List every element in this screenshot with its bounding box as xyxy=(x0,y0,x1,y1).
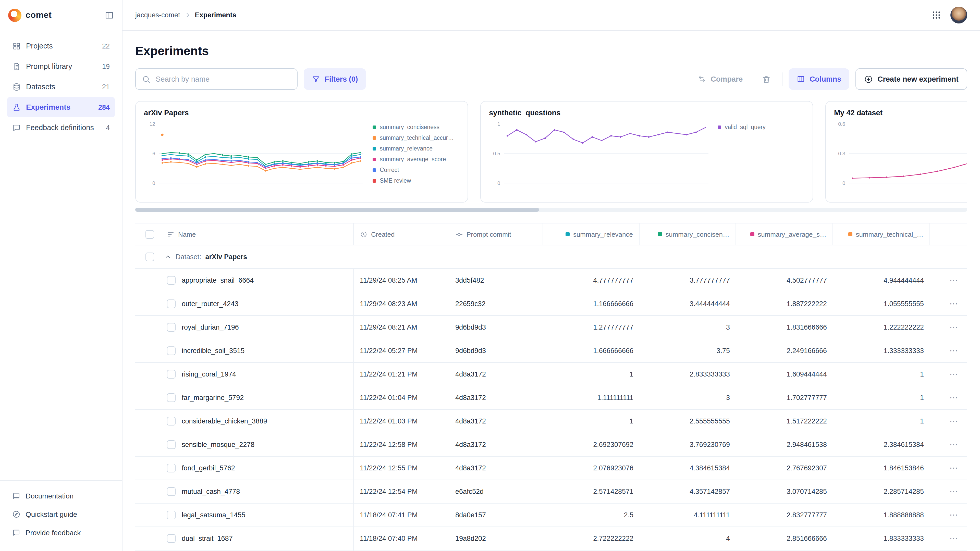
experiment-name-link[interactable]: incredible_soil_3515 xyxy=(182,347,245,354)
prompt-commit-cell: 9d6bd9d3 xyxy=(449,339,543,362)
column-header-summary_relevance[interactable]: summary_relevance xyxy=(543,224,640,245)
charts-scrollbar-thumb[interactable] xyxy=(135,208,539,212)
column-header-name[interactable]: Name xyxy=(163,224,354,245)
experiment-name-link[interactable]: rising_coral_1974 xyxy=(182,370,236,378)
experiment-name-link[interactable]: dual_strait_1687 xyxy=(182,535,233,542)
row-checkbox[interactable] xyxy=(167,276,176,285)
chevron-up-icon[interactable] xyxy=(164,253,172,261)
prompt-commit-link[interactable]: 22659c32 xyxy=(455,300,486,308)
create-button-label: Create new experiment xyxy=(877,75,959,83)
avatar[interactable] xyxy=(950,6,967,24)
row-actions-button[interactable]: ⋯ xyxy=(930,316,967,339)
row-actions-button[interactable]: ⋯ xyxy=(930,410,967,433)
column-header-summary_technical_accuracy[interactable]: summary_technical_… xyxy=(833,224,930,245)
metric-value-cell: 2.722222222 xyxy=(543,527,640,550)
experiment-name-link[interactable]: fond_gerbil_5762 xyxy=(182,464,235,472)
prompt-commit-link[interactable]: 8da0e157 xyxy=(455,511,486,519)
chart-card-title: arXiv Papers xyxy=(144,109,460,117)
experiment-name-link[interactable]: considerable_chicken_3889 xyxy=(182,417,267,425)
column-header-summary_conciseness[interactable]: summary_concisen… xyxy=(640,224,736,245)
sidebar-item-feedback-definitions[interactable]: Feedback definitions4 xyxy=(7,118,115,138)
experiment-name-link[interactable]: royal_durian_7196 xyxy=(182,324,239,331)
row-actions-button[interactable]: ⋯ xyxy=(930,339,967,362)
metric-value-cell: 4.944444444 xyxy=(833,269,930,292)
prompt-commit-link[interactable]: 3dd5f482 xyxy=(455,276,484,284)
row-actions-button[interactable]: ⋯ xyxy=(930,269,967,292)
metric-value-cell: 2.384615384 xyxy=(833,433,930,456)
row-actions-button[interactable]: ⋯ xyxy=(930,503,967,527)
row-actions-button[interactable]: ⋯ xyxy=(930,292,967,315)
row-checkbox[interactable] xyxy=(167,323,176,332)
experiment-name-link[interactable]: sensible_mosque_2278 xyxy=(182,441,255,448)
row-checkbox[interactable] xyxy=(167,511,176,519)
prompt-commit-link[interactable]: 4d8a3172 xyxy=(455,370,486,378)
prompt-commit-link[interactable]: 19a8d202 xyxy=(455,535,486,542)
metric-value-cell: 4.502777777 xyxy=(736,269,833,292)
table-row: appropriate_snail_666411/29/24 08:25 AM3… xyxy=(135,269,967,292)
chart-body: 1260summary_concisenesssummary_technical… xyxy=(144,120,460,193)
sidebar-item-label: Experiments xyxy=(26,103,70,111)
metric-value-cell: 3.444444444 xyxy=(640,292,736,315)
row-checkbox[interactable] xyxy=(167,346,176,355)
sidebar-item-datasets[interactable]: Datasets21 xyxy=(7,76,115,97)
breadcrumb-workspace[interactable]: jacques-comet xyxy=(135,11,180,19)
row-actions-button[interactable]: ⋯ xyxy=(930,386,967,409)
row-checkbox[interactable] xyxy=(167,464,176,472)
column-header-label: summary_technical_… xyxy=(856,230,923,238)
prompt-commit-link[interactable]: 4d8a3172 xyxy=(455,417,486,425)
sidebar-item-experiments[interactable]: Experiments284 xyxy=(7,97,115,118)
row-checkbox[interactable] xyxy=(167,417,176,426)
legend-item: valid_sql_query xyxy=(718,124,804,130)
row-checkbox[interactable] xyxy=(167,487,176,496)
dataset-group-link[interactable]: arXiv Papers xyxy=(205,253,247,261)
compare-button[interactable]: Compare xyxy=(690,68,751,90)
row-actions-button[interactable]: ⋯ xyxy=(930,433,967,456)
row-actions-button[interactable]: ⋯ xyxy=(930,457,967,480)
column-header-summary_average_score[interactable]: summary_average_s… xyxy=(736,224,833,245)
columns-button-label: Columns xyxy=(810,75,841,83)
experiment-name-link[interactable]: appropriate_snail_6664 xyxy=(182,276,254,284)
experiment-name-link[interactable]: far_margarine_5792 xyxy=(182,394,244,402)
search-input[interactable] xyxy=(155,75,291,84)
create-new-experiment-button[interactable]: Create new experiment xyxy=(856,68,967,90)
row-checkbox[interactable] xyxy=(167,393,176,402)
sidebar-footer-provide-feedback[interactable]: Provide feedback xyxy=(7,524,115,542)
top-bar: jacques-comet Experiments xyxy=(123,0,980,30)
table-row: considerable_chicken_388911/22/24 01:03 … xyxy=(135,410,967,433)
sidebar-footer-quickstart-guide[interactable]: Quickstart guide xyxy=(7,505,115,524)
columns-button[interactable]: Columns xyxy=(789,68,850,90)
metric-value-cell: 2.076923076 xyxy=(543,457,640,480)
column-header-commit[interactable]: Prompt commit xyxy=(449,224,543,245)
row-checkbox[interactable] xyxy=(167,440,176,449)
delete-button[interactable] xyxy=(757,68,776,90)
row-checkbox[interactable] xyxy=(167,300,176,308)
collapse-sidebar-icon[interactable] xyxy=(105,11,114,20)
sidebar-item-projects[interactable]: Projects22 xyxy=(7,36,115,56)
row-actions-button[interactable]: ⋯ xyxy=(930,480,967,503)
experiment-name-link[interactable]: legal_satsuma_1455 xyxy=(182,511,245,519)
experiment-name-cell: appropriate_snail_6664 xyxy=(163,269,354,292)
prompt-commit-link[interactable]: 4d8a3172 xyxy=(455,464,486,472)
metric-value-cell: 2.555555555 xyxy=(640,410,736,433)
group-checkbox[interactable] xyxy=(145,252,154,261)
experiment-name-link[interactable]: outer_router_4243 xyxy=(182,300,239,308)
filters-button[interactable]: Filters (0) xyxy=(304,68,366,90)
metric-value-cell: 1.833333333 xyxy=(833,527,930,550)
app-launcher-icon[interactable] xyxy=(932,10,941,20)
sidebar-item-prompt-library[interactable]: Prompt library19 xyxy=(7,56,115,76)
row-checkbox[interactable] xyxy=(167,370,176,379)
experiment-name-link[interactable]: mutual_cash_4778 xyxy=(182,488,240,495)
prompt-commit-link[interactable]: e6afc52d xyxy=(455,488,484,495)
prompt-commit-link[interactable]: 9d6bd9d3 xyxy=(455,324,486,331)
select-all-checkbox[interactable] xyxy=(145,230,154,238)
prompt-commit-link[interactable]: 4d8a3172 xyxy=(455,441,486,448)
row-actions-button[interactable]: ⋯ xyxy=(930,527,967,550)
prompt-commit-link[interactable]: 4d8a3172 xyxy=(455,394,486,402)
prompt-commit-link[interactable]: 9d6bd9d3 xyxy=(455,347,486,354)
row-actions-button[interactable]: ⋯ xyxy=(930,363,967,386)
metric-value-cell: 1 xyxy=(833,410,930,433)
chart-legend: valid_sql_query xyxy=(714,120,804,193)
column-header-created[interactable]: Created xyxy=(354,224,449,245)
sidebar-footer-documentation[interactable]: Documentation xyxy=(7,487,115,505)
row-checkbox[interactable] xyxy=(167,534,176,543)
